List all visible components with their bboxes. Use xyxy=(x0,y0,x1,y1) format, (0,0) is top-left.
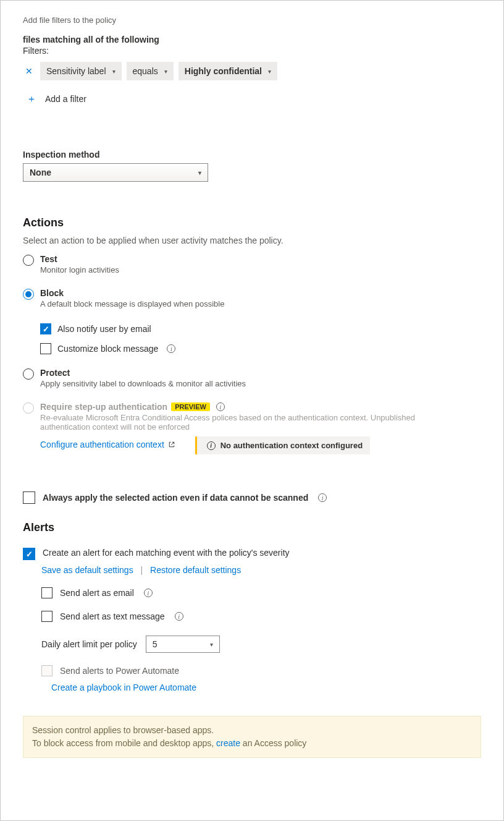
actions-section: Actions Select an action to be applied w… xyxy=(23,216,481,504)
action-block-radio[interactable] xyxy=(23,289,34,300)
inspection-section: Inspection method None ▾ xyxy=(23,150,481,182)
action-test-radio[interactable] xyxy=(23,255,34,266)
auth-context-warning-text: No authentication context configured xyxy=(220,441,363,450)
preview-badge: PREVIEW xyxy=(171,402,210,411)
action-block-label: Block xyxy=(40,288,224,298)
action-test-label: Test xyxy=(40,254,119,264)
customize-message-row: Customize block message xyxy=(40,343,481,354)
footer-banner: Session control applies to browser-based… xyxy=(23,716,481,758)
chevron-down-icon: ▾ xyxy=(210,641,213,648)
always-apply-row: Always apply the selected action even if… xyxy=(23,491,481,504)
action-protect-row: Protect Apply sensitivity label to downl… xyxy=(23,368,481,388)
filter-operator-dropdown[interactable]: equals ▾ xyxy=(127,62,174,80)
configure-auth-context-link[interactable]: Configure authentication context xyxy=(40,440,175,449)
actions-heading: Actions xyxy=(23,216,481,229)
add-filter-button[interactable]: ＋ Add a filter xyxy=(25,93,481,105)
close-icon: ✕ xyxy=(25,66,33,76)
notify-email-label: Also notify user by email xyxy=(57,324,151,334)
send-email-label: Send alert as email xyxy=(60,588,134,598)
action-block-desc: A default block message is displayed whe… xyxy=(40,299,224,308)
create-alert-row: Create an alert for each matching event … xyxy=(23,548,481,560)
notify-email-row: Also notify user by email xyxy=(40,323,481,334)
alert-default-links: Save as default settings | Restore defau… xyxy=(41,565,481,575)
filters-header: Add file filters to the policy xyxy=(23,15,481,25)
chevron-down-icon: ▾ xyxy=(112,68,116,75)
filter-row: ✕ Sensitivity label ▾ equals ▾ Highly co… xyxy=(23,62,481,80)
filter-operator-label: equals xyxy=(133,66,158,76)
filters-matching: files matching all of the following xyxy=(23,35,481,45)
inspection-method-select[interactable]: None ▾ xyxy=(23,163,208,182)
customize-message-label: Customize block message xyxy=(57,344,158,354)
filter-field-dropdown[interactable]: Sensitivity label ▾ xyxy=(40,62,122,80)
action-protect-desc: Apply sensitivity label to downloads & m… xyxy=(40,379,246,388)
daily-limit-label: Daily alert limit per policy xyxy=(41,639,137,649)
send-email-row: Send alert as email xyxy=(41,587,481,598)
create-alert-label: Create an alert for each matching event … xyxy=(43,548,290,558)
always-apply-label: Always apply the selected action even if… xyxy=(43,493,308,503)
save-default-link[interactable]: Save as default settings xyxy=(41,565,133,575)
divider: | xyxy=(141,565,143,575)
info-icon[interactable] xyxy=(144,589,153,597)
footer-line1: Session control applies to browser-based… xyxy=(32,724,472,737)
external-link-icon xyxy=(168,441,175,448)
filters-label: Filters: xyxy=(23,46,481,56)
inspection-label: Inspection method xyxy=(23,150,481,160)
info-icon[interactable] xyxy=(216,402,225,411)
info-icon xyxy=(207,441,216,450)
daily-limit-select[interactable]: 5 ▾ xyxy=(146,636,220,653)
send-text-label: Send alert as text message xyxy=(60,611,165,621)
notify-email-checkbox[interactable] xyxy=(40,323,51,334)
info-icon[interactable] xyxy=(167,344,175,353)
daily-limit-value: 5 xyxy=(153,639,158,649)
filter-value-label: Highly confidential xyxy=(185,66,262,76)
auth-context-warning: No authentication context configured xyxy=(195,436,370,454)
daily-limit-row: Daily alert limit per policy 5 ▾ xyxy=(41,636,481,653)
inspection-value: None xyxy=(30,168,51,177)
action-protect-radio[interactable] xyxy=(23,368,34,380)
customize-message-checkbox[interactable] xyxy=(40,343,51,354)
restore-default-link[interactable]: Restore default settings xyxy=(150,565,241,575)
alerts-heading: Alerts xyxy=(23,521,481,534)
filter-value-dropdown[interactable]: Highly confidential ▾ xyxy=(178,62,277,80)
remove-filter-button[interactable]: ✕ xyxy=(23,65,35,77)
send-text-row: Send alert as text message xyxy=(41,611,481,622)
actions-subtitle: Select an action to be applied when user… xyxy=(23,236,481,245)
send-email-checkbox[interactable] xyxy=(41,587,52,598)
action-stepup-desc: Re-evaluate Microsoft Entra Conditional … xyxy=(40,413,448,432)
filter-field-label: Sensitivity label xyxy=(46,66,106,76)
action-test-desc: Monitor login activities xyxy=(40,265,119,274)
info-icon[interactable] xyxy=(318,493,327,502)
power-automate-row: Send alerts to Power Automate xyxy=(41,665,481,676)
alerts-section: Alerts Create an alert for each matching… xyxy=(23,521,481,692)
chevron-down-icon: ▾ xyxy=(198,169,201,176)
add-filter-label: Add a filter xyxy=(45,94,86,104)
power-automate-checkbox[interactable] xyxy=(41,665,52,676)
create-playbook-link[interactable]: Create a playbook in Power Automate xyxy=(51,683,196,692)
playbook-link-row: Create a playbook in Power Automate xyxy=(51,683,481,692)
action-stepup-label: Require step-up authentication xyxy=(40,402,167,412)
footer-text-a: To block access from mobile and desktop … xyxy=(32,738,216,748)
power-automate-label: Send alerts to Power Automate xyxy=(60,666,179,676)
action-stepup-radio xyxy=(23,402,34,414)
send-text-checkbox[interactable] xyxy=(41,611,52,622)
footer-text-b: an Access policy xyxy=(240,738,306,748)
plus-icon: ＋ xyxy=(27,93,36,106)
chevron-down-icon: ▾ xyxy=(164,68,167,75)
chevron-down-icon: ▾ xyxy=(268,68,271,75)
action-stepup-row: Require step-up authentication PREVIEW R… xyxy=(23,402,481,432)
action-block-row: Block A default block message is display… xyxy=(23,288,481,308)
always-apply-checkbox[interactable] xyxy=(23,491,35,504)
action-protect-label: Protect xyxy=(40,368,246,378)
footer-line2: To block access from mobile and desktop … xyxy=(32,737,472,750)
footer-create-link[interactable]: create xyxy=(216,738,240,748)
create-alert-checkbox[interactable] xyxy=(23,548,35,560)
action-test-row: Test Monitor login activities xyxy=(23,254,481,274)
info-icon[interactable] xyxy=(175,612,183,621)
configure-auth-context-text: Configure authentication context xyxy=(40,440,164,449)
